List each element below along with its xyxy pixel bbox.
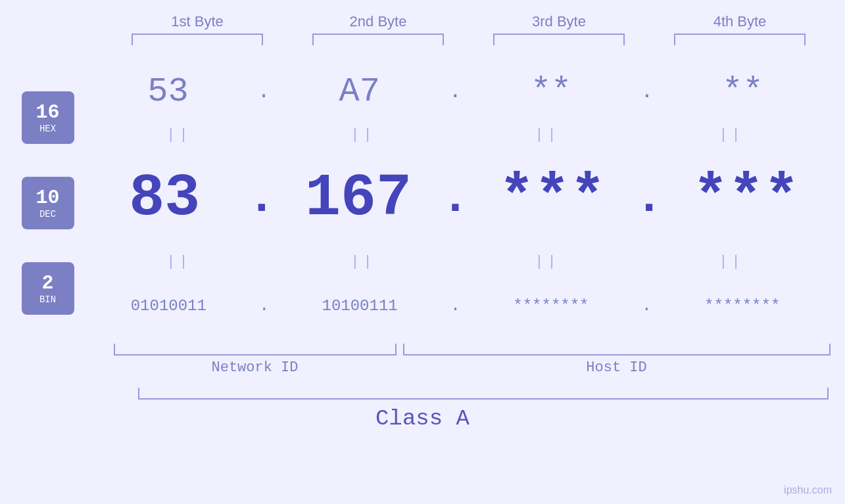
- hex-badge: 16 HEX: [22, 91, 74, 144]
- divider-2-2: ||: [291, 254, 436, 270]
- dec-b3: ***: [499, 165, 606, 232]
- bin-cell-4: ********: [670, 297, 815, 315]
- watermark: ipshu.com: [784, 484, 832, 496]
- dec-data-row: 83 . 167 . *** . ***: [74, 146, 837, 251]
- hex-b1: 53: [147, 72, 188, 111]
- byte-label-3: 3rd Byte: [487, 13, 631, 30]
- dec-dot3: .: [635, 172, 664, 225]
- byte-headers: 1st Byte 2nd Byte 3rd Byte 4th Byte: [107, 13, 831, 30]
- bracket-4: [674, 34, 806, 45]
- bin-data-row: 01010011 . 10100111 . ******** . *******…: [74, 273, 837, 338]
- dec-cell-4: ***: [674, 165, 819, 232]
- hex-cell-2: A7: [287, 72, 432, 111]
- bracket-gap: [397, 344, 403, 355]
- hex-dot2: .: [449, 80, 462, 104]
- byte-label-1: 1st Byte: [125, 13, 270, 30]
- dec-b1: 83: [129, 165, 200, 232]
- divider-1-3: ||: [475, 127, 620, 143]
- bottom-bracket-section: Network ID Host ID: [107, 344, 831, 376]
- divider-2-1: ||: [107, 254, 252, 270]
- bin-cell-2: 10100111: [287, 297, 432, 315]
- top-brackets: [107, 34, 831, 45]
- class-bracket: [138, 388, 829, 400]
- bin-b3: ********: [513, 297, 589, 315]
- bin-cell-3: ********: [479, 297, 623, 315]
- dec-badge-label: DEC: [39, 209, 56, 219]
- divider-2-3: ||: [475, 254, 620, 270]
- hex-b2: A7: [339, 72, 380, 111]
- hex-cell-1: 53: [96, 72, 241, 111]
- divider-2: || || || ||: [74, 251, 837, 273]
- bin-badge-row: 2 BIN: [22, 256, 74, 321]
- hex-data-row: 53 . A7 . ** . **: [74, 58, 837, 124]
- badges-column: 16 HEX 10 DEC 2 BIN: [22, 85, 74, 338]
- bin-badge-label: BIN: [39, 294, 56, 305]
- bin-badge: 2 BIN: [22, 262, 74, 315]
- hex-badge-number: 16: [36, 102, 59, 124]
- hex-cell-3: **: [479, 72, 623, 111]
- hex-dot1: .: [258, 80, 270, 104]
- bracket-3: [493, 34, 625, 45]
- hex-cell-4: **: [670, 72, 815, 111]
- hex-badge-label: HEX: [39, 124, 56, 134]
- dec-badge: 10 DEC: [22, 177, 74, 229]
- bin-dot1: .: [259, 296, 270, 315]
- bin-b4: ********: [704, 297, 780, 315]
- hex-badge-row: 16 HEX: [22, 85, 74, 150]
- byte-label-4: 4th Byte: [667, 13, 812, 30]
- divider-1-2: ||: [291, 127, 436, 143]
- hex-b4: **: [722, 72, 763, 111]
- dec-dot2: .: [441, 172, 470, 225]
- bottom-labels-row: Network ID Host ID: [107, 359, 831, 376]
- dec-cell-1: 83: [92, 165, 237, 232]
- dec-dot1: .: [247, 172, 276, 225]
- main-container: 1st Byte 2nd Byte 3rd Byte 4th Byte 16 H…: [0, 0, 845, 504]
- bottom-brackets-row: [107, 344, 831, 355]
- bin-b2: 10100111: [322, 297, 397, 315]
- dec-cell-3: ***: [480, 165, 625, 232]
- bin-dot3: .: [641, 296, 652, 315]
- divider-1-4: ||: [660, 127, 804, 143]
- network-id-bracket: [114, 344, 397, 355]
- bin-b1: 01010011: [131, 297, 206, 315]
- byte-label-2: 2nd Byte: [306, 13, 450, 30]
- bin-cell-1: 01010011: [96, 297, 241, 315]
- divider-1: || || || ||: [74, 124, 837, 146]
- divider-1-1: ||: [107, 127, 252, 143]
- class-label: Class A: [0, 406, 845, 431]
- bracket-1: [132, 34, 263, 45]
- divider-2-4: ||: [660, 254, 804, 270]
- bin-badge-number: 2: [41, 273, 53, 294]
- bracket-2: [312, 34, 444, 45]
- dec-cell-2: 167: [286, 165, 431, 232]
- hex-b3: **: [531, 72, 571, 111]
- bin-dot2: .: [450, 296, 461, 315]
- dec-badge-row: 10 DEC: [22, 150, 74, 256]
- host-id-bracket: [403, 344, 831, 355]
- host-id-label: Host ID: [403, 359, 831, 376]
- dec-b2: 167: [305, 165, 412, 232]
- data-rows: 53 . A7 . ** . ** || || || ||: [74, 58, 837, 338]
- network-id-label: Network ID: [107, 359, 403, 376]
- dec-b4: ***: [693, 165, 800, 232]
- hex-dot3: .: [640, 80, 653, 104]
- dec-badge-number: 10: [36, 187, 59, 209]
